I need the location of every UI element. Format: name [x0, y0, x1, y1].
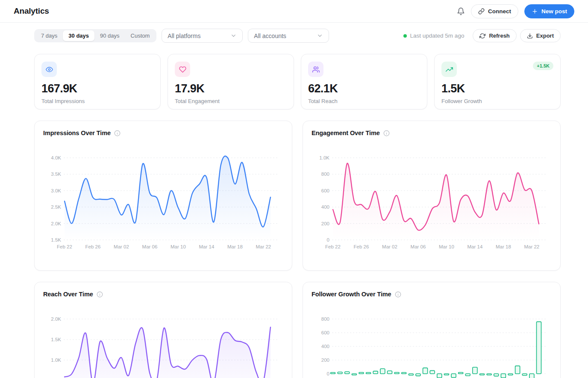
- download-icon: [527, 33, 533, 39]
- connect-button[interactable]: Connect: [471, 4, 518, 18]
- svg-text:Feb 26: Feb 26: [85, 244, 101, 249]
- svg-text:Feb 22: Feb 22: [325, 244, 341, 249]
- tab-7-days[interactable]: 7 days: [35, 30, 63, 41]
- refresh-icon: [479, 33, 485, 39]
- export-button[interactable]: Export: [520, 29, 561, 42]
- svg-text:200: 200: [321, 357, 329, 363]
- stat-card-total-reach: 62.1K Total Reach: [301, 54, 427, 109]
- accounts-dropdown-value: All accounts: [254, 32, 286, 39]
- stat-icon-tile: [41, 62, 57, 77]
- svg-text:Mar 06: Mar 06: [411, 244, 426, 249]
- plus-icon: [532, 8, 538, 15]
- info-icon: [97, 291, 103, 298]
- stat-label: Follower Growth: [441, 98, 553, 104]
- svg-text:0: 0: [327, 371, 329, 376]
- impressions-chart-card: Impressions Over Time 4.0K3.5K3.0K2.5K2.…: [34, 121, 292, 271]
- svg-text:Mar 02: Mar 02: [382, 244, 397, 249]
- svg-text:400: 400: [321, 204, 329, 210]
- svg-text:Mar 22: Mar 22: [256, 244, 271, 249]
- svg-text:Mar 14: Mar 14: [199, 244, 215, 249]
- stat-label: Total Impressions: [41, 98, 153, 104]
- svg-text:3.0K: 3.0K: [51, 188, 61, 193]
- chart-title: Impressions Over Time: [43, 130, 111, 136]
- stat-icon-tile: [175, 62, 190, 77]
- refresh-button[interactable]: Refresh: [473, 29, 516, 42]
- info-icon: [395, 291, 401, 298]
- svg-text:400: 400: [321, 344, 329, 349]
- heart-icon: [179, 66, 186, 73]
- stat-icon-tile: [308, 62, 323, 77]
- svg-text:Mar 18: Mar 18: [496, 244, 511, 249]
- date-range-tabs: 7 days 30 days 90 days Custom: [34, 29, 156, 42]
- svg-text:Mar 06: Mar 06: [142, 244, 158, 249]
- new-post-button[interactable]: New post: [524, 4, 574, 18]
- new-post-label: New post: [541, 8, 567, 15]
- link-icon: [478, 8, 485, 15]
- trending-up-icon: [446, 66, 453, 73]
- svg-text:800: 800: [321, 171, 329, 177]
- svg-text:Mar 10: Mar 10: [439, 244, 454, 249]
- engagement-chart-card: Engagement Over Time 1.0K8006004002000Fe…: [303, 121, 561, 271]
- svg-text:Mar 18: Mar 18: [227, 244, 243, 249]
- eye-icon: [46, 66, 53, 73]
- svg-text:3.5K: 3.5K: [51, 171, 61, 177]
- tab-custom[interactable]: Custom: [125, 30, 156, 41]
- follower-growth-chart: 8006004002000Feb 22Feb 26Mar 02Mar 06Mar…: [312, 308, 553, 378]
- svg-text:800: 800: [321, 316, 329, 322]
- svg-text:4.0K: 4.0K: [51, 155, 61, 160]
- chart-title: Reach Over Time: [43, 291, 93, 298]
- tab-30-days[interactable]: 30 days: [63, 30, 94, 41]
- stat-card-follower-growth: +1.5K 1.5K Follower Growth: [434, 54, 561, 109]
- refresh-label: Refresh: [489, 32, 509, 39]
- svg-text:0: 0: [327, 237, 329, 242]
- info-icon: [383, 130, 390, 136]
- svg-text:Mar 10: Mar 10: [171, 244, 186, 249]
- svg-text:Feb 22: Feb 22: [57, 244, 72, 249]
- bell-icon: [457, 7, 465, 15]
- status-dot: [403, 34, 407, 38]
- svg-text:Mar 14: Mar 14: [467, 244, 483, 249]
- svg-text:600: 600: [321, 330, 329, 335]
- export-label: Export: [536, 32, 554, 39]
- stats-grid: 167.9K Total Impressions 17.9K Total Eng…: [34, 54, 561, 109]
- page-title: Analytics: [14, 6, 49, 16]
- charts-grid: Impressions Over Time 4.0K3.5K3.0K2.5K2.…: [34, 121, 561, 378]
- users-icon: [312, 66, 320, 73]
- connect-label: Connect: [488, 8, 511, 15]
- info-icon: [114, 130, 121, 136]
- platforms-dropdown[interactable]: All platforms: [162, 29, 243, 43]
- platforms-dropdown-value: All platforms: [168, 32, 200, 39]
- chart-title: Engagement Over Time: [312, 130, 380, 136]
- svg-text:1.5K: 1.5K: [51, 337, 61, 342]
- filter-bar: 7 days 30 days 90 days Custom All platfo…: [34, 29, 561, 43]
- svg-text:200: 200: [321, 221, 329, 226]
- stat-value: 17.9K: [175, 82, 287, 95]
- last-updated-status: Last updated 5m ago: [403, 32, 465, 39]
- app-header: Analytics Connect New post: [0, 0, 588, 23]
- impressions-chart: 4.0K3.5K3.0K2.5K2.0K1.5KFeb 22Feb 26Mar …: [43, 149, 284, 256]
- chart-title: Follower Growth Over Time: [312, 291, 391, 298]
- stat-label: Total Engagement: [175, 98, 287, 104]
- chevron-down-icon: [230, 32, 237, 39]
- accounts-dropdown[interactable]: All accounts: [248, 29, 329, 43]
- tab-90-days[interactable]: 90 days: [94, 30, 125, 41]
- stat-icon-tile: [441, 62, 457, 77]
- stat-label: Total Reach: [308, 98, 420, 104]
- stat-value: 62.1K: [308, 82, 420, 95]
- stat-value: 167.9K: [41, 82, 153, 95]
- svg-text:1.0K: 1.0K: [51, 357, 61, 363]
- svg-text:1.0K: 1.0K: [319, 155, 329, 160]
- chevron-down-icon: [317, 32, 323, 39]
- stat-card-total-impressions: 167.9K Total Impressions: [34, 54, 161, 109]
- svg-text:Feb 26: Feb 26: [354, 244, 369, 249]
- notifications-button[interactable]: [457, 7, 465, 15]
- engagement-chart: 1.0K8006004002000Feb 22Feb 26Mar 02Mar 0…: [312, 149, 553, 256]
- svg-text:1.5K: 1.5K: [51, 237, 61, 242]
- follower-growth-chart-card: Follower Growth Over Time 8006004002000F…: [303, 282, 561, 378]
- svg-text:2.0K: 2.0K: [51, 316, 61, 322]
- last-updated-text: Last updated 5m ago: [410, 32, 465, 39]
- reach-chart-card: Reach Over Time 2.0K1.5K1.0K5000Feb 22Fe…: [34, 282, 292, 378]
- svg-text:Mar 02: Mar 02: [114, 244, 129, 249]
- reach-chart: 2.0K1.5K1.0K5000Feb 22Feb 26Mar 02Mar 06…: [43, 308, 284, 378]
- analytics-content: 7 days 30 days 90 days Custom All platfo…: [34, 29, 561, 378]
